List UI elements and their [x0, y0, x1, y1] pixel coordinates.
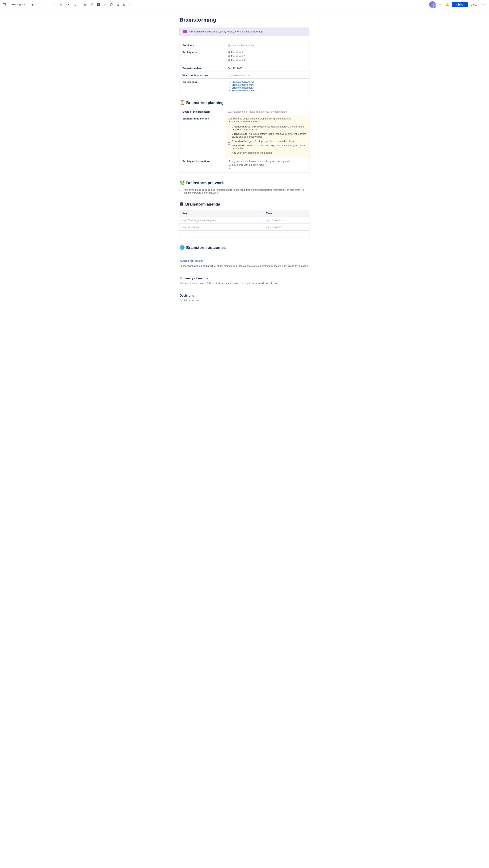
italic-button[interactable]: I [36, 2, 42, 7]
table-row: Video conference link e.g., www.zoom.us/ [180, 72, 310, 79]
bullet-list-button[interactable]: •— [67, 2, 73, 7]
text-color-button[interactable]: A [58, 2, 64, 7]
heading-selector[interactable]: Heading 2 ▾ [10, 2, 26, 7]
agenda-time-1[interactable]: e.g., 5 minutes [263, 217, 309, 224]
table-row: Participants @ Participant 1 @ Participa… [180, 49, 310, 65]
planning-emoji: ⏳ [179, 100, 185, 105]
toolbar-right: CK + 🔔 Publish Close ··· [429, 1, 487, 8]
video-value[interactable]: e.g., www.zoom.us/ [225, 72, 309, 79]
bold-button[interactable]: B [30, 2, 35, 7]
goals-label: Goals of the brainstorm [180, 108, 225, 115]
method-item-2: Silent circuit - run a brainstorm that i… [228, 132, 307, 138]
table-row: e.g., Ice breaker e.g., 5 minutes [180, 224, 310, 230]
info-banner: 🟪 This template is brought to you by Mur… [179, 28, 310, 36]
agenda-section: 🗓 Brainstorm agenda Item Time e.g., Revi… [179, 202, 310, 238]
link-brainstorm-outcomes[interactable]: Brainstorm outcomes [232, 89, 255, 92]
insert-more-button[interactable]: +··· [128, 2, 134, 7]
table-row: Brainstorming method Visit Mural to chec… [180, 115, 310, 158]
date-label: Brainstorm date [180, 65, 225, 72]
participant-2[interactable]: @ Participant 2 [228, 55, 307, 58]
planning-table: Goals of the brainstorm e.g., Gather lot… [179, 108, 310, 173]
link-brainstorm-agenda[interactable]: Brainstorm agenda [232, 86, 253, 89]
agenda-time-3[interactable] [263, 230, 309, 238]
instructions-value: e.g., review the brainstorm inputs, goal… [225, 158, 309, 173]
participant-1[interactable]: @ Participant 1 [228, 51, 307, 54]
more-format-button[interactable]: ··· [42, 2, 48, 7]
table-row: e.g., Review goals and agenda e.g., 5 mi… [180, 217, 310, 224]
outcomes-emoji: 🌐 [179, 245, 185, 250]
prework-heading: 🌿 Brainstorm pre-work [179, 180, 310, 185]
prework-section: 🌿 Brainstorm pre-work Add any links to d… [179, 180, 310, 194]
logo-icon [2, 2, 8, 7]
chevron-down-icon: ▾ [24, 3, 25, 6]
goals-value[interactable]: e.g., Gather lots of ideas from a cross … [225, 108, 309, 115]
add-decision: 🔧 Add a decision... [179, 299, 310, 302]
close-button[interactable]: Close [469, 2, 479, 7]
embed-desc: Either export and embed a virtual Mural … [179, 265, 310, 268]
method-checkbox-4[interactable] [228, 145, 230, 147]
list-item[interactable]: e.g., review the brainstorm inputs, goal… [232, 160, 307, 163]
mural-icon: 🟪 [183, 30, 187, 33]
summary-desc: Describe the outcomes of the brainstorm … [179, 282, 310, 285]
number-list-button[interactable]: 1— [74, 2, 79, 7]
link-brainstorm-prework[interactable]: Brainstorm pre-work [232, 84, 254, 86]
planning-heading: ⏳ Brainstorm planning [179, 100, 310, 105]
on-this-page-value: Brainstorm planning Brainstorm pre-work … [225, 79, 309, 94]
more-options-button[interactable]: ··· [481, 2, 487, 7]
agenda-col-time: Time [263, 210, 309, 217]
video-label: Video conference link [180, 72, 225, 79]
table-row [180, 230, 310, 238]
mural-link[interactable]: link [287, 117, 291, 120]
task-button[interactable]: ☑ [83, 2, 88, 7]
add-collaborator-button[interactable]: + [437, 2, 443, 7]
prework-checkbox[interactable] [179, 189, 182, 191]
method-value: Visit Mural to check out their brainstor… [225, 115, 309, 158]
table-row: On this page Brainstorm planning Brainst… [180, 79, 310, 94]
list-item[interactable]: e.g., come with an open mind [232, 163, 307, 166]
method-checkbox-1[interactable] [228, 126, 230, 128]
method-checkbox-3[interactable] [228, 140, 230, 143]
image-button[interactable]: 🖼 [95, 2, 101, 7]
link-brainstorm-planning[interactable]: Brainstorm planning [232, 81, 254, 84]
notification-button[interactable]: 🔔 [444, 2, 450, 7]
date-value[interactable]: Feb 12, 2020 [225, 65, 309, 72]
divider-2 [179, 272, 310, 272]
method-item-1: Creative matrix - quickly generate ideas… [228, 125, 307, 131]
facilitator-value[interactable]: @ mention the facilitator [225, 42, 309, 49]
layout-button[interactable]: ⊟ [121, 2, 127, 7]
info-table: Facilitator @ mention the facilitator Pa… [179, 42, 310, 94]
decisions-title: Decisions [179, 294, 310, 297]
embed-link[interactable]: <Embed your results> [179, 259, 310, 262]
participants-label: Participants [180, 49, 225, 65]
agenda-item-1[interactable]: e.g., Review goals and agenda [180, 217, 263, 224]
method-checkbox-2[interactable] [228, 133, 230, 135]
avatar[interactable]: CK [429, 1, 436, 8]
emoji-button[interactable]: ☺ [102, 2, 108, 7]
agenda-heading: 🗓 Brainstorm agenda [179, 202, 310, 207]
main-content: Brainstorming 🟪 This template is brought… [168, 9, 321, 324]
method-item-4: Idea prioritization - visualize and alig… [228, 144, 307, 150]
agenda-col-item: Item [180, 210, 263, 217]
list-item[interactable] [232, 167, 307, 170]
table-header-row: Item Time [180, 210, 310, 217]
align-button[interactable]: ≡ [52, 2, 57, 7]
method-label: Brainstorming method [180, 115, 225, 158]
prework-emoji: 🌿 [179, 180, 185, 185]
table-row: Participant instructions e.g., review th… [180, 158, 310, 173]
agenda-time-2[interactable]: e.g., 5 minutes [263, 224, 309, 230]
agenda-item-3[interactable] [180, 230, 263, 238]
add-decision-text[interactable]: Add a decision... [184, 299, 202, 302]
facilitator-label: Facilitator [180, 42, 225, 49]
link-button[interactable]: 🔗 [89, 2, 95, 7]
summary-title: Summary of results [179, 277, 310, 280]
method-checkbox-5[interactable] [228, 152, 230, 154]
toolbar: Heading 2 ▾ B I ··· ≡ A •— 1— ☑ 🔗 🖼 ☺ @ … [0, 0, 489, 9]
mention-button[interactable]: @ [109, 2, 114, 7]
agenda-table: Item Time e.g., Review goals and agenda … [179, 210, 310, 238]
participants-value: @ Participant 1 @ Participant 2 @ Partic… [225, 49, 309, 65]
publish-button[interactable]: Publish [452, 2, 468, 7]
agenda-item-2[interactable]: e.g., Ice breaker [180, 224, 263, 230]
participant-3[interactable]: @ Participant 3 [228, 59, 307, 62]
table-button[interactable]: ⊞ [115, 2, 121, 7]
table-row: Facilitator @ mention the facilitator [180, 42, 310, 49]
